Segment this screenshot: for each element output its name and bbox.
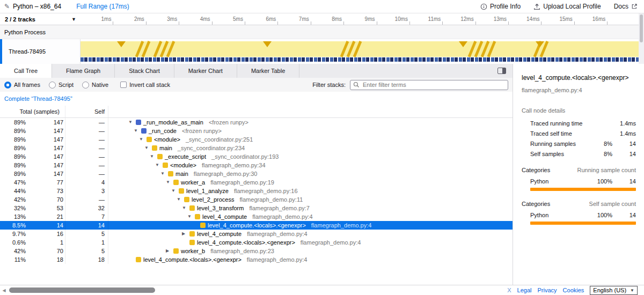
total-samples: 77	[26, 178, 65, 187]
radio-all-frames[interactable]: All frames	[4, 82, 40, 88]
tracks-scrollbar-thumb[interactable]	[640, 14, 643, 42]
sidebar-toggle-icon[interactable]	[497, 68, 506, 74]
chevron-down-icon[interactable]: ▼	[187, 212, 195, 221]
time-tick-10ms: 10ms	[377, 13, 410, 25]
chevron-down-icon[interactable]: ▼	[139, 135, 147, 144]
table-row[interactable]: 89%147—▼_execute_script_sync_coordinator…	[0, 152, 513, 161]
table-row[interactable]: 42%705▶worker_bflamegraph_demo.py:23	[0, 247, 513, 255]
radio-script[interactable]: Script	[49, 82, 74, 88]
tree-cell: ▼level_2_processflamegraph_demo.py:11	[108, 195, 513, 204]
table-row[interactable]: 89%147—▼mainflamegraph_demo.py:30	[0, 169, 513, 178]
footer-link-privacy[interactable]: Privacy	[538, 287, 557, 293]
chevron-down-icon[interactable]: ▼	[128, 118, 136, 127]
frame-origin: flamegraph_demo.py:4	[301, 239, 361, 246]
footer-link-cookies[interactable]: Cookies	[563, 287, 584, 293]
category-row: Python100%14	[530, 212, 636, 218]
frame-origin: flamegraph_demo.py:4	[247, 231, 308, 237]
chevron-down-icon[interactable]: ▼	[177, 195, 184, 204]
table-row[interactable]: 11%1818level_4_compute.<locals>.<genexpr…	[0, 255, 513, 264]
total-samples: 16	[26, 230, 65, 238]
chevron-down-icon[interactable]: ▼	[182, 204, 189, 212]
footer-close-button[interactable]: X	[507, 287, 511, 293]
profile-name-group[interactable]: ✎ Python – x86_64	[4, 3, 61, 10]
total-percent: 89%	[0, 136, 26, 143]
column-header-total[interactable]: Total (samples)	[0, 106, 65, 117]
table-row[interactable]: 8.5%1414level_4_compute.<locals>.<genexp…	[0, 221, 513, 230]
process-track-header[interactable]: Python Process	[0, 25, 639, 39]
docs-link[interactable]: Docs	[614, 3, 638, 10]
invert-call-stack-checkbox[interactable]: Invert call stack	[120, 82, 170, 88]
chevron-down-icon[interactable]: ▼	[144, 144, 152, 152]
frame-origin: flamegraph_demo.py:16	[234, 188, 298, 194]
horizontal-scrollbar[interactable]	[8, 285, 505, 295]
table-row[interactable]: 9.7%165▶level_4_computeflamegraph_demo.p…	[0, 230, 513, 238]
chevron-down-icon[interactable]: ▼	[171, 187, 179, 195]
footer-link-legal[interactable]: Legal	[517, 287, 532, 293]
language-select[interactable]: English (US) ▼	[590, 286, 638, 295]
chevron-down-icon[interactable]: ▼	[134, 127, 141, 135]
radio-label: All frames	[14, 82, 40, 88]
chevron-down-icon[interactable]: ▼	[166, 178, 173, 187]
search-input[interactable]	[362, 81, 505, 88]
external-link-icon	[631, 3, 638, 10]
table-row[interactable]: 0.6%11level_4_compute.<locals>.<genexpr>…	[0, 238, 513, 247]
total-percent: 9.7%	[0, 231, 26, 237]
tab-marker-chart[interactable]: Marker Chart	[174, 64, 237, 78]
horizontal-scrollbar-thumb[interactable]	[9, 287, 155, 293]
category-header-title: Categories	[522, 167, 577, 173]
table-row[interactable]: 44%733▼level_1_analyzeflamegraph_demo.py…	[0, 187, 513, 195]
category-icon	[200, 223, 206, 228]
timeline-ruler: 2 / 2 tracks ▼ 1ms2ms3ms4ms5ms6ms7ms8ms9…	[0, 13, 639, 25]
table-row[interactable]: 32%5332▼level_3_transformflamegraph_demo…	[0, 204, 513, 212]
tab-flame-graph[interactable]: Flame Graph	[52, 64, 115, 78]
scroll-left-arrow-icon[interactable]: ◀	[0, 288, 8, 293]
chevron-right-icon[interactable]: ▶	[166, 247, 173, 255]
tracks-dropdown[interactable]: 2 / 2 tracks ▼	[0, 13, 80, 25]
table-row[interactable]: 89%147—▼<module>_sync_coordinator.py:251	[0, 135, 513, 144]
table-row[interactable]: 89%147—▼main_sync_coordinator.py:234	[0, 144, 513, 152]
metric-value: 1.4ms	[612, 120, 636, 127]
metric-value: 1.4ms	[612, 130, 636, 137]
table-row[interactable]: 89%147—▼<module>flamegraph_demo.py:34	[0, 161, 513, 169]
chevron-down-icon[interactable]: ▼	[150, 152, 157, 161]
chevron-down-icon[interactable]: ▼	[160, 169, 168, 178]
tab-call-tree[interactable]: Call Tree	[0, 64, 52, 78]
tab-stack-chart[interactable]: Stack Chart	[115, 64, 174, 78]
category-icon	[147, 137, 152, 142]
full-range-link[interactable]: Full Range (17ms)	[76, 3, 129, 10]
total-samples: 53	[26, 204, 65, 212]
time-tick-14ms: 14ms	[509, 13, 541, 25]
self-samples: 18	[65, 255, 108, 264]
table-row[interactable]: 89%147—▼_run_code<frozen runpy>	[0, 127, 513, 135]
tab-marker-table[interactable]: Marker Table	[237, 64, 299, 78]
radio-native[interactable]: Native	[82, 82, 108, 88]
metric-label: Running samples	[530, 141, 594, 147]
upload-profile-button[interactable]: Upload Local Profile	[533, 3, 601, 10]
total-samples: 147	[26, 144, 65, 152]
table-row[interactable]: 13%217▼level_4_computeflamegraph_demo.py…	[0, 212, 513, 221]
tracks-scrollbar[interactable]	[639, 13, 644, 64]
profile-info-button[interactable]: Profile Info	[480, 3, 521, 10]
frame-name: main	[175, 171, 188, 177]
chevron-down-icon[interactable]: ▼	[155, 161, 163, 169]
upload-icon	[533, 3, 540, 10]
self-samples: —	[65, 135, 108, 144]
tree-cell: ▼<module>flamegraph_demo.py:34	[108, 161, 513, 169]
table-row[interactable]: 47%774▼worker_aflamegraph_demo.py:19	[0, 178, 513, 187]
table-row[interactable]: 89%147—▼_run_module_as_main<frozen runpy…	[0, 118, 513, 127]
frame-name: level_4_compute.<locals>.<genexpr>	[208, 222, 306, 228]
table-row[interactable]: 42%70—▼level_2_processflamegraph_demo.py…	[0, 195, 513, 204]
frame-origin: flamegraph_demo.py:34	[202, 162, 266, 168]
breadcrumb[interactable]: Complete “Thread-78495”	[4, 95, 72, 102]
thread-activity-graph[interactable]	[80, 39, 639, 64]
filter-bar: All framesScriptNative Invert call stack…	[0, 78, 513, 92]
chevron-right-icon[interactable]: ▶	[182, 230, 189, 238]
total-samples: 147	[26, 135, 65, 144]
total-percent: 47%	[0, 179, 26, 186]
thread-track-label[interactable]: Thread-78495	[2, 39, 80, 64]
tree-cell: ▶level_4_computeflamegraph_demo.py:4	[108, 230, 513, 238]
process-label: Python Process	[4, 29, 46, 35]
column-header-self[interactable]: Self	[65, 106, 108, 117]
time-ticks: 1ms2ms3ms4ms5ms6ms7ms8ms9ms10ms11ms12ms1…	[80, 13, 639, 25]
frame-name: level_2_process	[192, 196, 235, 203]
